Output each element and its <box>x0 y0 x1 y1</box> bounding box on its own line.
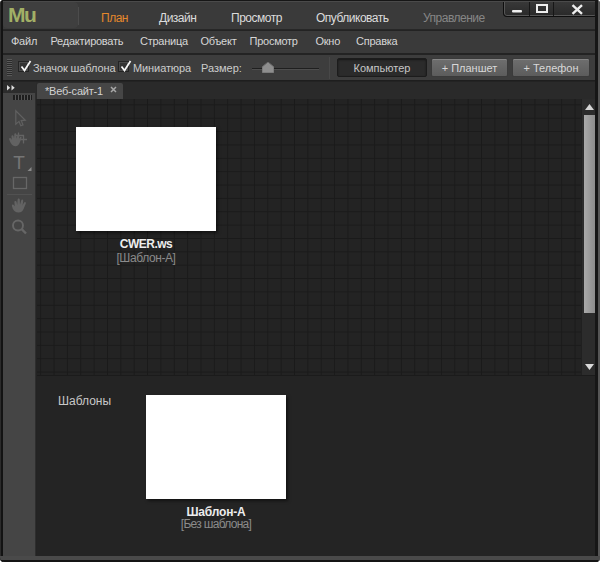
svg-text:T: T <box>13 152 25 173</box>
